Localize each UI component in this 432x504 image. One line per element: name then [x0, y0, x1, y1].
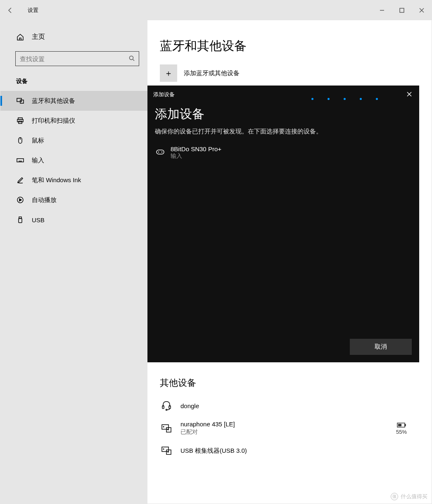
- svg-rect-23: [405, 424, 406, 426]
- add-device-button[interactable]: ＋ 添加蓝牙或其他设备: [160, 64, 419, 82]
- usb-icon: [16, 216, 24, 224]
- plus-icon: ＋: [160, 64, 177, 82]
- minimize-button[interactable]: [372, 0, 392, 20]
- battery-indicator: 55%: [396, 422, 407, 435]
- device-status: 已配对: [180, 428, 235, 436]
- device-row[interactable]: USB 根集线器(USB 3.0): [160, 440, 419, 461]
- pen-icon: [16, 176, 24, 184]
- svg-point-28: [168, 452, 169, 452]
- devices-icon: [16, 97, 24, 105]
- back-button[interactable]: [0, 0, 20, 20]
- battery-percent: 55%: [396, 429, 407, 435]
- gamepad-icon: [155, 146, 166, 157]
- search-input[interactable]: [20, 55, 129, 62]
- other-devices-heading: 其他设备: [160, 377, 419, 389]
- close-button[interactable]: [412, 0, 432, 20]
- search-input-container[interactable]: [15, 51, 139, 66]
- svg-point-21: [168, 429, 169, 430]
- svg-rect-25: [162, 447, 169, 452]
- svg-rect-24: [398, 424, 401, 426]
- home-nav[interactable]: 主页: [0, 29, 147, 45]
- device-generic-icon: [160, 444, 173, 457]
- sidebar-section-title: 设备: [0, 72, 147, 91]
- progress-dots: [147, 98, 419, 100]
- watermark-text: 什么值得买: [401, 493, 427, 500]
- maximize-button[interactable]: [392, 0, 412, 20]
- home-icon: [16, 33, 24, 41]
- nav-autoplay[interactable]: 自动播放: [0, 190, 147, 210]
- nav-mouse[interactable]: 鼠标: [0, 131, 147, 150]
- watermark: 值 什么值得买: [391, 493, 427, 500]
- device-name: dongle: [180, 402, 199, 409]
- device-row[interactable]: dongle: [160, 395, 419, 416]
- keyboard-icon: [16, 156, 24, 164]
- found-device-type: 输入: [171, 152, 221, 160]
- dialog-heading: 添加设备: [155, 106, 412, 123]
- main-content: 蓝牙和其他设备 ＋ 添加蓝牙或其他设备 添加设备 添加设备 确保你的设: [147, 20, 432, 504]
- dialog-description: 确保你的设备已打开并可被发现。在下面选择要连接的设备。: [155, 128, 412, 136]
- svg-point-27: [163, 449, 164, 449]
- printer-icon: [16, 116, 24, 125]
- nav-label: 鼠标: [32, 137, 44, 145]
- nav-pen[interactable]: 笔和 Windows Ink: [0, 170, 147, 190]
- svg-point-20: [163, 426, 164, 427]
- nav-bluetooth[interactable]: 蓝牙和其他设备: [0, 91, 147, 111]
- svg-point-14: [162, 152, 162, 152]
- device-row[interactable]: nuraphone 435 [LE] 已配对 55%: [160, 416, 419, 440]
- svg-rect-5: [17, 119, 23, 122]
- autoplay-icon: [16, 196, 24, 204]
- nav-label: USB: [32, 216, 45, 223]
- mouse-icon: [16, 136, 24, 145]
- watermark-icon: 值: [391, 493, 398, 500]
- cancel-button[interactable]: 取消: [350, 339, 412, 355]
- svg-rect-12: [157, 150, 164, 154]
- nav-typing[interactable]: 输入: [0, 150, 147, 170]
- nav-printers[interactable]: 打印机和扫描仪: [0, 111, 147, 131]
- dialog-header-title: 添加设备: [153, 91, 175, 98]
- svg-rect-18: [162, 425, 169, 429]
- found-device-row[interactable]: 8BitDo SN30 Pro+ 输入: [155, 144, 412, 162]
- svg-point-13: [159, 152, 159, 152]
- window-title: 设置: [28, 7, 38, 14]
- nav-label: 自动播放: [32, 196, 57, 204]
- page-heading: 蓝牙和其他设备: [160, 38, 419, 55]
- nav-label: 打印机和扫描仪: [32, 117, 75, 125]
- device-name: USB 根集线器(USB 3.0): [180, 447, 247, 455]
- sidebar: 主页 设备 蓝牙和其他设备 打印机和扫描仪 鼠标 输入: [0, 20, 147, 504]
- add-device-dialog: 添加设备 添加设备 确保你的设备已打开并可被发现。在下面选择要连接的设备。: [147, 86, 419, 362]
- nav-label: 输入: [32, 157, 44, 164]
- nav-label: 笔和 Windows Ink: [32, 176, 81, 184]
- headset-icon: [160, 399, 173, 412]
- battery-icon: [397, 422, 406, 429]
- found-device-name: 8BitDo SN30 Pro+: [171, 145, 221, 152]
- home-label: 主页: [32, 33, 45, 41]
- svg-rect-0: [400, 8, 404, 12]
- svg-rect-8: [17, 159, 24, 162]
- svg-rect-6: [19, 121, 22, 124]
- search-icon: [129, 55, 135, 62]
- add-device-label: 添加蓝牙或其他设备: [184, 69, 240, 77]
- nav-usb[interactable]: USB: [0, 210, 147, 230]
- svg-rect-11: [19, 219, 22, 223]
- device-name: nuraphone 435 [LE]: [180, 421, 235, 428]
- nav-label: 蓝牙和其他设备: [32, 97, 75, 105]
- svg-point-1: [130, 56, 133, 59]
- svg-point-17: [166, 409, 167, 411]
- device-generic-icon: [160, 422, 173, 435]
